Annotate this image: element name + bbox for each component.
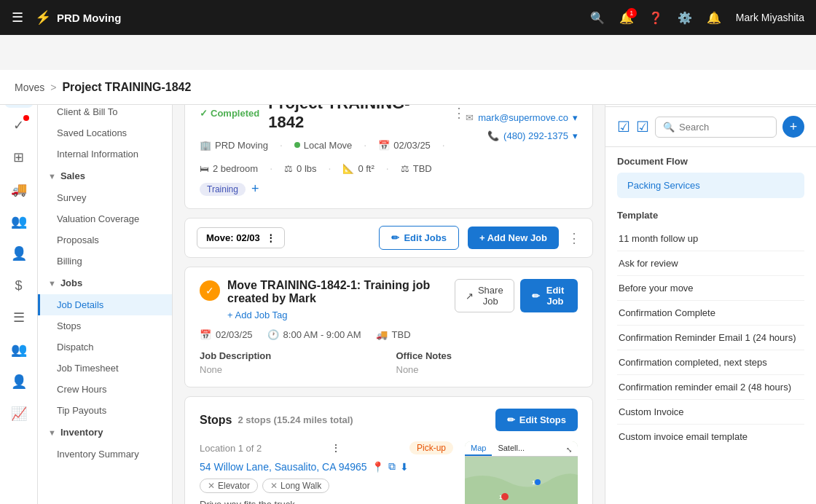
- map-tab-map[interactable]: Map: [465, 441, 492, 456]
- side-nav: ▼ Move Details Client & Bill To Saved Lo…: [38, 70, 173, 504]
- stop-tag-long-walk: ✕ Long Walk: [262, 479, 329, 493]
- map-tab-satellite[interactable]: Satell...: [492, 441, 530, 456]
- project-menu-icon[interactable]: ⋮: [452, 105, 466, 121]
- left-icon-check[interactable]: ✓: [4, 111, 34, 140]
- template-item-3[interactable]: Confirmation Complete: [617, 301, 804, 326]
- compose-button[interactable]: +: [782, 116, 804, 138]
- calendar-icon: 📅: [378, 140, 390, 151]
- left-icon-chart[interactable]: 📈: [4, 399, 34, 428]
- search-input[interactable]: [679, 122, 769, 133]
- layout: 📅 ✓ ⊞ 🚚 👥 👤 $ ☰ 👥 👤 📈 ▼ Move Details Cli…: [0, 70, 816, 504]
- template-item-0[interactable]: 11 month follow up: [617, 227, 804, 251]
- template-item-4[interactable]: Confirmation Reminder Email 1 (24 hours): [617, 326, 804, 350]
- section-inventory[interactable]: ▼ Inventory: [38, 421, 172, 444]
- document-flow-title: Document Flow: [617, 156, 804, 167]
- remove-long-walk-icon[interactable]: ✕: [270, 481, 278, 491]
- drive-note: Drive way fits the truck: [200, 499, 453, 504]
- office-notes-label: Office Notes: [396, 350, 578, 361]
- stop-address[interactable]: 54 Willow Lane, Sausalito, CA 94965 📍 ⧉ …: [200, 460, 453, 473]
- edit-stops-icon: ✏: [507, 414, 515, 425]
- notification-icon[interactable]: 🔔1: [619, 11, 634, 25]
- bed-icon: 🛏: [200, 163, 209, 174]
- doc-flow-packing[interactable]: Packing Services: [617, 173, 804, 198]
- settings-icon[interactable]: ⚙️: [678, 11, 692, 25]
- template-item-8[interactable]: Custom invoice email template: [617, 425, 804, 449]
- add-job-tag-button[interactable]: + Add Job Tag: [227, 310, 455, 320]
- edit-jobs-icon: ✏: [391, 232, 399, 243]
- add-new-job-button[interactable]: + Add New Job: [468, 227, 559, 249]
- job-bar-menu-icon[interactable]: ⋮: [568, 230, 581, 246]
- lightning-icon: ⚡: [35, 9, 51, 25]
- map-svg: 1 1: [465, 457, 578, 504]
- left-icon-truck[interactable]: 🚚: [4, 175, 34, 204]
- left-icon-people2[interactable]: 👤: [4, 239, 34, 268]
- add-tag-button[interactable]: +: [251, 181, 259, 197]
- breadcrumb-current: Project TRAINING-1842: [62, 81, 191, 94]
- alerts-icon[interactable]: 🔔: [707, 11, 721, 25]
- search-icon: 🔍: [663, 122, 675, 133]
- contact-phone[interactable]: 📞 (480) 292-1375 ▾: [487, 130, 578, 141]
- breadcrumb: Moves > Project TRAINING-1842: [0, 70, 816, 105]
- edit-jobs-button[interactable]: ✏ Edit Jobs: [379, 226, 459, 250]
- brand: ⚡ PRD Moving: [35, 9, 121, 25]
- left-icon-person[interactable]: 👤: [4, 367, 34, 396]
- move-date-button[interactable]: Move: 02/03 ⋮: [197, 227, 285, 248]
- template-item-6[interactable]: Confirmation reminder email 2 (48 hours): [617, 375, 804, 400]
- nav-proposals[interactable]: Proposals: [38, 229, 172, 251]
- search-nav-icon[interactable]: 🔍: [590, 11, 605, 25]
- left-icon-people[interactable]: 👥: [4, 207, 34, 236]
- email-check-1-icon[interactable]: ☑: [617, 118, 630, 135]
- left-icon-list[interactable]: ☰: [4, 303, 34, 332]
- template-item-1[interactable]: Ask for review: [617, 251, 804, 276]
- email-check-2-icon[interactable]: ☑: [636, 118, 649, 135]
- contact-email[interactable]: ✉ mark@supermove.co ▾: [466, 112, 578, 123]
- stops-card: Stops 2 stops (15.24 miles total) ✏ Edit…: [184, 396, 593, 504]
- nav-crew-hours[interactable]: Crew Hours: [38, 379, 172, 400]
- nav-valuation-coverage[interactable]: Valuation Coverage: [38, 208, 172, 229]
- template-section: Template 11 month follow up Ask for revi…: [605, 204, 816, 454]
- menu-icon[interactable]: ☰: [12, 9, 23, 25]
- remove-elevator-icon[interactable]: ✕: [208, 481, 215, 491]
- job-clock-icon: 🕐: [267, 329, 279, 340]
- job-date: 📅 02/03/25: [200, 329, 253, 340]
- section-jobs[interactable]: ▼ Jobs: [38, 272, 172, 294]
- user-name[interactable]: Mark Miyashita: [736, 12, 804, 23]
- map-container: Map Satell... ⤡ 1 1: [465, 441, 578, 504]
- template-item-5[interactable]: Confirmation completed, next steps: [617, 350, 804, 375]
- nav-job-timesheet[interactable]: Job Timesheet: [38, 358, 172, 379]
- nav-tip-payouts[interactable]: Tip Payouts: [38, 400, 172, 421]
- job-description-section: Job Description None: [200, 350, 382, 375]
- job-action-bar: Move: 02/03 ⋮ ✏ Edit Jobs + Add New Job …: [184, 218, 593, 258]
- job-title: Move TRAINING-1842-1: Training job creat…: [227, 279, 455, 305]
- section-sales[interactable]: ▼ Sales: [38, 165, 172, 187]
- map-expand-icon[interactable]: ⤡: [563, 444, 575, 455]
- template-item-2[interactable]: Before your move: [617, 276, 804, 301]
- office-notes-value: None: [396, 364, 578, 375]
- job-desc-value: None: [200, 364, 382, 375]
- nav-stops[interactable]: Stops: [38, 315, 172, 336]
- nav-internal-info[interactable]: Internal Information: [38, 143, 172, 165]
- template-item-7[interactable]: Custom Invoice: [617, 400, 804, 425]
- left-icon-group[interactable]: 👥: [4, 335, 34, 364]
- nav-job-details[interactable]: Job Details: [38, 294, 172, 315]
- nav-survey[interactable]: Survey: [38, 187, 172, 208]
- move-date-menu-icon[interactable]: ⋮: [266, 232, 275, 243]
- share-job-button[interactable]: ↗ Share Job: [455, 279, 514, 312]
- copy-icon: ⧉: [388, 460, 396, 473]
- nav-inventory-summary[interactable]: Inventory Summary: [38, 444, 172, 465]
- edit-job-button[interactable]: ✏ Edit Job: [520, 279, 578, 312]
- edit-stops-button[interactable]: ✏ Edit Stops: [495, 409, 578, 431]
- job-time-row: 📅 02/03/25 🕐 8:00 AM - 9:00 AM 🚚 TBD: [200, 329, 578, 340]
- help-icon[interactable]: ❓: [648, 11, 663, 25]
- left-icon-dollar[interactable]: $: [4, 271, 34, 300]
- nav-dispatch[interactable]: Dispatch: [38, 336, 172, 358]
- left-icon-grid[interactable]: ⊞: [4, 143, 34, 172]
- stop-menu-icon[interactable]: ⋮: [331, 442, 341, 454]
- nav-billing[interactable]: Billing: [38, 251, 172, 272]
- map-tab-bar: Map Satell... ⤡: [465, 441, 578, 457]
- brand-name: PRD Moving: [57, 12, 121, 24]
- meta-weight: ⚖ 0 lbs: [284, 163, 316, 174]
- breadcrumb-parent[interactable]: Moves: [15, 82, 44, 93]
- phone-chevron-icon: ▾: [573, 130, 578, 141]
- nav-saved-locations[interactable]: Saved Locations: [38, 122, 172, 143]
